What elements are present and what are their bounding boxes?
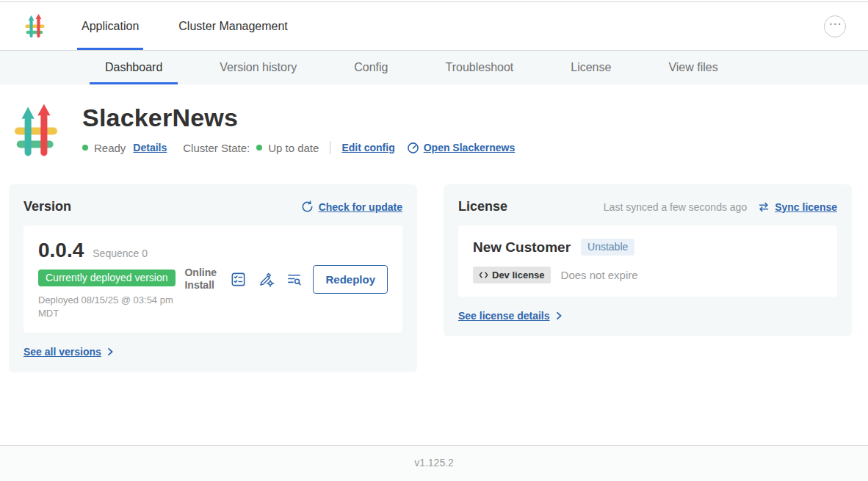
subnav-item-config[interactable]: Config — [325, 51, 416, 84]
top-navbar: Application Cluster Management ⋯ — [0, 2, 868, 51]
app-icon — [15, 104, 57, 158]
subnav-item-version-history[interactable]: Version history — [191, 51, 325, 84]
top-tabs: Application Cluster Management — [77, 2, 323, 50]
see-all-versions-link[interactable]: See all versions — [23, 346, 402, 358]
license-card: License Last synced a few seconds ago Sy… — [444, 184, 852, 336]
license-sync-area: Last synced a few seconds ago Sync licen… — [604, 201, 837, 213]
last-synced-label: Last synced a few seconds ago — [604, 201, 747, 213]
app-header-text: SlackerNews Ready Details Cluster State:… — [82, 102, 515, 158]
sequence-label: Sequence 0 — [93, 247, 148, 259]
chevron-right-icon — [554, 311, 563, 320]
version-info: 0.0.4 Sequence 0 Currently deployed vers… — [38, 239, 184, 319]
deploy-logs-button[interactable] — [285, 270, 303, 289]
version-card-header: Version Check for update — [23, 199, 402, 214]
version-row: 0.0.4 Sequence 0 — [38, 239, 184, 262]
deployed-timestamp: Deployed 08/15/25 @ 03:54 pm MDT — [38, 294, 179, 319]
check-update-button[interactable]: Check for update — [301, 200, 402, 213]
check-update-link: Check for update — [319, 201, 402, 213]
app-subnav: Dashboard Version history Config Trouble… — [0, 51, 868, 84]
ready-status-dot — [82, 145, 88, 151]
more-menu-button[interactable]: ⋯ — [824, 15, 846, 37]
install-type-label: Online Install — [184, 267, 220, 292]
sync-license-link[interactable]: Sync license — [775, 201, 837, 213]
channel-badge: Unstable — [581, 239, 634, 256]
cluster-state-dot — [256, 145, 262, 151]
app-status-label: Ready — [94, 142, 126, 154]
see-all-versions-label: See all versions — [23, 346, 101, 358]
refresh-icon — [301, 200, 314, 213]
subnav-item-dashboard[interactable]: Dashboard — [76, 51, 191, 84]
version-card-title: Version — [23, 199, 301, 214]
cluster-state-value: Up to date — [268, 142, 319, 154]
gauge-icon — [407, 142, 419, 154]
current-version-panel: 0.0.4 Sequence 0 Currently deployed vers… — [23, 225, 402, 333]
license-row-2: Dev license Does not expire — [473, 267, 822, 283]
chevron-right-icon — [106, 347, 115, 356]
see-license-details-link[interactable]: See license details — [458, 310, 837, 322]
top-tab-application[interactable]: Application — [77, 2, 143, 50]
version-number: 0.0.4 — [38, 239, 84, 262]
customer-name: New Customer — [473, 239, 571, 256]
console-footer: v1.125.2 — [0, 445, 868, 481]
checklist-icon — [230, 271, 247, 288]
cluster-state-label: Cluster State: — [183, 142, 250, 154]
version-actions: Online Install — [184, 265, 388, 294]
admin-console-page: Application Cluster Management ⋯ Dashboa… — [0, 0, 868, 481]
brand — [25, 2, 45, 50]
open-app-link[interactable]: Open Slackernews — [424, 142, 516, 153]
license-type-badge: Dev license — [473, 267, 551, 283]
subnav-item-troubleshoot[interactable]: Troubleshoot — [416, 51, 542, 84]
expiration-label: Does not expire — [561, 269, 638, 281]
edit-config-link[interactable]: Edit config — [341, 142, 394, 153]
dashboard-cards: Version Check for update 0.0.4 Sequence … — [0, 184, 868, 372]
logs-search-icon — [286, 271, 303, 288]
sync-icon — [758, 201, 770, 213]
subnav-item-license[interactable]: License — [542, 51, 640, 84]
footer-version: v1.125.2 — [414, 457, 454, 469]
deployed-badge: Currently deployed version — [38, 270, 176, 286]
details-link[interactable]: Details — [133, 142, 167, 153]
license-card-header: License Last synced a few seconds ago Sy… — [458, 199, 837, 214]
redeploy-button[interactable]: Redeploy — [313, 265, 388, 294]
app-header: SlackerNews Ready Details Cluster State:… — [0, 84, 868, 158]
status-divider — [330, 141, 330, 154]
license-panel: New Customer Unstable Dev license Does n… — [458, 225, 837, 297]
license-type-label: Dev license — [492, 270, 545, 281]
top-tab-cluster-management[interactable]: Cluster Management — [174, 2, 292, 50]
version-card: Version Check for update 0.0.4 Sequence … — [9, 184, 417, 372]
subnav-item-view-files[interactable]: View files — [640, 51, 746, 84]
license-card-title: License — [458, 199, 604, 214]
see-license-details-label: See license details — [458, 310, 550, 322]
page-title: SlackerNews — [82, 104, 515, 132]
license-row-1: New Customer Unstable — [473, 239, 822, 256]
preflight-checks-button[interactable] — [229, 270, 247, 289]
app-icon-wrap — [15, 102, 60, 158]
app-logo-icon — [25, 14, 45, 38]
wrench-gear-icon — [258, 271, 275, 288]
edit-config-button[interactable] — [257, 270, 275, 289]
code-icon — [479, 271, 488, 279]
app-status-row: Ready Details Cluster State: Up to date … — [82, 141, 515, 154]
